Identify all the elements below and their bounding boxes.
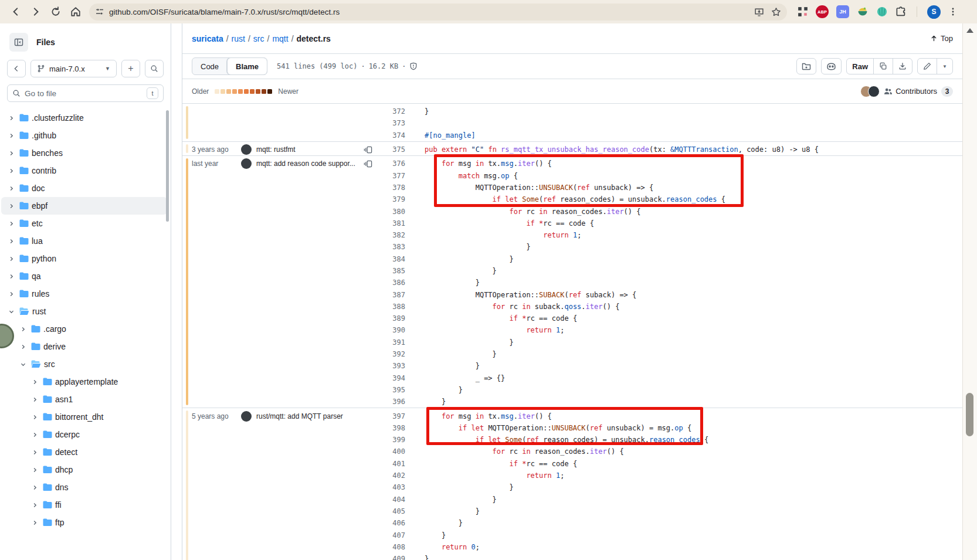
chevron-right-icon[interactable] bbox=[29, 502, 40, 508]
chevron-down-icon[interactable] bbox=[6, 308, 16, 315]
line-number[interactable]: 402 bbox=[382, 471, 405, 480]
breadcrumb-link[interactable]: mqtt bbox=[272, 34, 288, 43]
line-number[interactable]: 400 bbox=[382, 447, 405, 456]
line-number[interactable]: 376 bbox=[382, 159, 405, 168]
line-number[interactable]: 394 bbox=[382, 374, 405, 382]
breadcrumb-link[interactable]: src bbox=[253, 34, 264, 43]
go-to-file-input[interactable] bbox=[25, 89, 143, 98]
tree-item-ftp[interactable]: ftp bbox=[1, 514, 167, 531]
line-number[interactable]: 398 bbox=[382, 424, 405, 432]
blame-prior-versions-icon[interactable] bbox=[364, 159, 372, 168]
chevron-right-icon[interactable] bbox=[6, 185, 16, 192]
branch-selector[interactable]: main-7.0.x ▼ bbox=[30, 60, 117, 77]
line-number[interactable]: 406 bbox=[382, 519, 405, 527]
reload-button[interactable] bbox=[46, 2, 66, 22]
search-tree-button[interactable] bbox=[145, 60, 164, 77]
commit-author-avatar[interactable] bbox=[241, 144, 252, 155]
blame-prior-versions-icon[interactable] bbox=[364, 145, 372, 154]
line-number[interactable]: 386 bbox=[382, 279, 405, 287]
line-number[interactable]: 391 bbox=[382, 338, 405, 347]
add-file-tree-button[interactable]: + bbox=[121, 60, 140, 77]
tree-item-doc[interactable]: doc bbox=[1, 179, 167, 197]
tree-item-ffi[interactable]: ffi bbox=[1, 496, 167, 514]
site-settings-icon[interactable] bbox=[95, 7, 104, 16]
commit-author-avatar[interactable] bbox=[241, 411, 252, 422]
chevron-down-icon[interactable] bbox=[18, 361, 28, 368]
tab-code[interactable]: Code bbox=[192, 58, 227, 74]
line-number[interactable]: 387 bbox=[382, 291, 405, 299]
tree-item-src[interactable]: src bbox=[1, 355, 167, 373]
bookmark-star-icon[interactable] bbox=[771, 7, 781, 17]
tree-item-qa[interactable]: qa bbox=[1, 267, 167, 285]
profile-avatar[interactable]: S bbox=[927, 5, 941, 19]
tree-item-asn1[interactable]: asn1 bbox=[1, 391, 167, 408]
chevron-right-icon[interactable] bbox=[29, 414, 40, 420]
tree-item-clusterfuzzlite[interactable]: .clusterfuzzlite bbox=[1, 109, 167, 127]
commit-message-link[interactable]: mqtt: rustfmt bbox=[256, 145, 361, 154]
line-number[interactable]: 383 bbox=[382, 243, 405, 251]
tree-item-python[interactable]: python bbox=[1, 250, 167, 267]
tree-item-etc[interactable]: etc bbox=[1, 215, 167, 232]
line-number[interactable]: 389 bbox=[382, 314, 405, 323]
line-number[interactable]: 384 bbox=[382, 255, 405, 263]
chevron-right-icon[interactable] bbox=[29, 467, 40, 473]
line-number[interactable]: 405 bbox=[382, 507, 405, 515]
chevron-right-icon[interactable] bbox=[29, 379, 40, 385]
line-number[interactable]: 375 bbox=[382, 145, 405, 154]
qr-extension-icon[interactable] bbox=[798, 6, 808, 17]
line-number[interactable]: 409 bbox=[382, 555, 405, 560]
chevron-right-icon[interactable] bbox=[6, 150, 16, 157]
tree-item-bittorrent-dht[interactable]: bittorrent_dht bbox=[1, 408, 167, 426]
chevron-right-icon[interactable] bbox=[18, 344, 28, 350]
tree-item-github[interactable]: .github bbox=[1, 127, 167, 144]
contributors-block[interactable]: Contributors 3 bbox=[860, 86, 953, 97]
chevron-right-icon[interactable] bbox=[6, 133, 16, 139]
breadcrumb-link[interactable]: rust bbox=[232, 34, 245, 43]
chevron-right-icon[interactable] bbox=[6, 203, 16, 209]
chevron-right-icon[interactable] bbox=[29, 449, 40, 456]
line-number[interactable]: 388 bbox=[382, 303, 405, 311]
shield-icon[interactable] bbox=[409, 62, 418, 70]
breadcrumb-repo[interactable]: suricata bbox=[192, 34, 223, 43]
tree-item-dcerpc[interactable]: dcerpc bbox=[1, 426, 167, 443]
menu-kebab-icon[interactable] bbox=[948, 7, 958, 16]
line-number[interactable]: 403 bbox=[382, 483, 405, 491]
line-number[interactable]: 390 bbox=[382, 326, 405, 334]
tab-blame[interactable]: Blame bbox=[227, 58, 267, 74]
tree-item-derive[interactable]: derive bbox=[1, 338, 167, 355]
line-number[interactable]: 397 bbox=[382, 412, 405, 420]
line-number[interactable]: 379 bbox=[382, 195, 405, 203]
shell-extension-icon[interactable] bbox=[876, 6, 888, 18]
edit-dropdown-caret[interactable]: ▼ bbox=[937, 59, 952, 74]
copilot-button[interactable] bbox=[821, 58, 842, 74]
line-number[interactable]: 381 bbox=[382, 219, 405, 228]
line-number[interactable]: 374 bbox=[382, 131, 405, 140]
line-number[interactable]: 396 bbox=[382, 398, 405, 406]
tree-item-contrib[interactable]: contrib bbox=[1, 162, 167, 179]
commit-message-link[interactable]: mqtt: add reason code suppor... bbox=[256, 159, 361, 168]
chevron-right-icon[interactable] bbox=[29, 484, 40, 491]
line-number[interactable]: 380 bbox=[382, 208, 405, 216]
line-number[interactable]: 395 bbox=[382, 386, 405, 394]
tree-item-rust[interactable]: rust bbox=[1, 303, 167, 320]
chevron-right-icon[interactable] bbox=[6, 115, 16, 121]
page-scrollbar[interactable] bbox=[962, 23, 977, 560]
line-number[interactable]: 404 bbox=[382, 495, 405, 504]
line-number[interactable]: 378 bbox=[382, 184, 405, 192]
url-text[interactable]: github.com/OISF/suricata/blame/main-7.0.… bbox=[109, 8, 747, 16]
line-number[interactable]: 407 bbox=[382, 531, 405, 539]
collapse-sidebar-icon[interactable] bbox=[9, 33, 28, 52]
chevron-right-icon[interactable] bbox=[6, 168, 16, 174]
line-number[interactable]: 382 bbox=[382, 231, 405, 239]
chevron-right-icon[interactable] bbox=[6, 273, 16, 280]
line-number[interactable]: 392 bbox=[382, 350, 405, 358]
abp-extension-icon[interactable]: ABP bbox=[816, 5, 829, 18]
install-icon[interactable] bbox=[754, 7, 764, 17]
back-button[interactable] bbox=[6, 2, 26, 22]
line-number[interactable]: 377 bbox=[382, 172, 405, 180]
commit-author-avatar[interactable] bbox=[241, 158, 252, 169]
chevron-right-icon[interactable] bbox=[29, 520, 40, 526]
add-file-button[interactable] bbox=[796, 58, 816, 74]
bowl-extension-icon[interactable] bbox=[857, 6, 869, 18]
raw-button[interactable]: Raw bbox=[847, 59, 873, 74]
